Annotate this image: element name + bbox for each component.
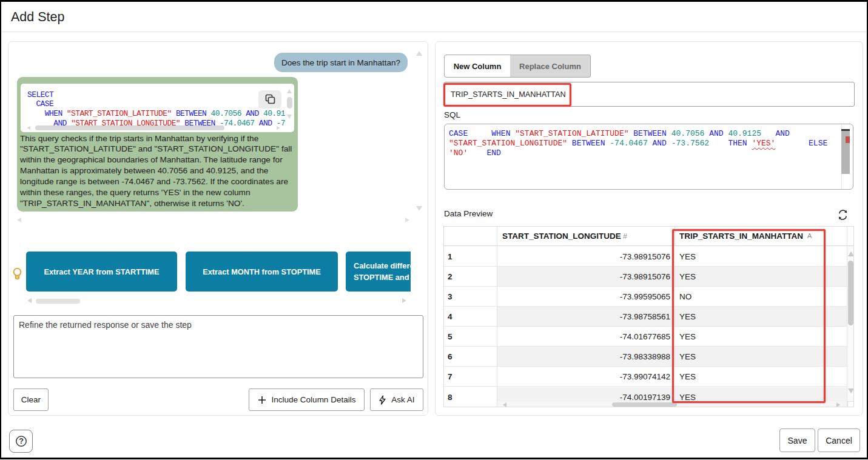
- svg-text:?: ?: [19, 437, 24, 445]
